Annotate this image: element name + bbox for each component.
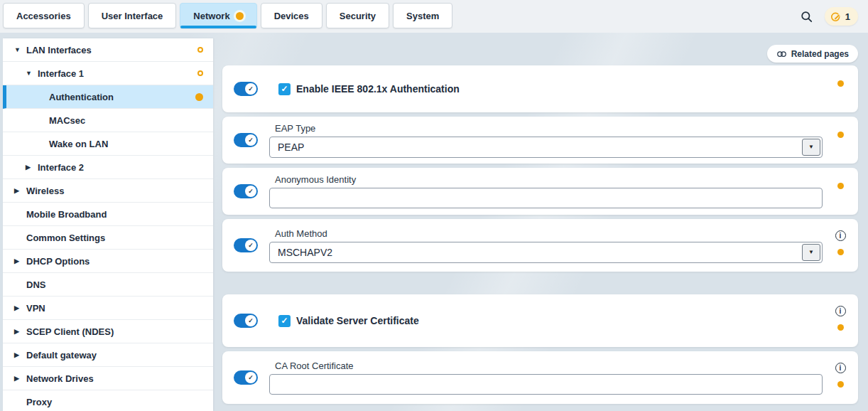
sidebar-item-lan-interfaces[interactable]: ▼LAN Interfaces [3,38,213,62]
card-anonymous-identity: ✓Anonymous Identity [222,168,858,215]
info-icon[interactable]: i [835,306,846,316]
tab-security[interactable]: Security [326,3,389,28]
indicator-column [823,65,858,112]
chevron-collapsed-icon[interactable]: ▶ [14,304,26,311]
chevron-expanded-icon[interactable]: ▼ [26,70,38,77]
chevron-collapsed-icon[interactable]: ▶ [14,351,26,358]
badge-count: 1 [845,11,850,22]
select-eap-type[interactable]: PEAP▼ [269,137,823,158]
select-value: PEAP [271,142,802,153]
sidebar-item-label: LAN Interfaces [26,45,92,55]
toggle-column: ✓ [222,238,269,252]
tab-system[interactable]: System [393,3,452,28]
sidebar-item-label: SCEP Client (NDES) [26,326,114,337]
sidebar-item-label: VPN [26,303,45,314]
card-group: ✓✓Validate Server Certificatei✓CA Root C… [222,294,858,404]
info-icon[interactable]: i [835,230,846,241]
card-group: ✓✓Enable IEEE 802.1x Authentication✓EAP … [222,65,858,272]
toggle-check-icon: ✓ [245,83,256,95]
checkbox-row: ✓Validate Server Certificate [269,315,823,327]
sidebar-item-dhcp-options[interactable]: ▶DHCP Options [3,250,213,273]
page-body: ▼LAN Interfaces▼Interface 1Authenticatio… [0,33,868,411]
modified-dot-icon [837,132,844,138]
card-content: ✓Validate Server Certificate [269,315,823,327]
toggle-ca-root-certificate[interactable]: ✓ [234,370,258,385]
sidebar-item-label: Wireless [26,186,64,196]
tab-user-interface[interactable]: User Interface [88,3,177,28]
checkbox-validate-server-certificate[interactable]: ✓ [278,315,291,327]
sidebar-item-label: MACsec [49,115,85,126]
toggle-auth-method[interactable]: ✓ [234,238,258,252]
sidebar-item-default-gateway[interactable]: ▶Default gateway [3,343,213,367]
sidebar-item-scep-client-ndes[interactable]: ▶SCEP Client (NDES) [3,320,213,343]
search-icon [800,10,813,23]
sidebar-item-label: DNS [26,279,45,290]
toggle-anonymous-identity[interactable]: ✓ [234,184,258,198]
chevron-collapsed-icon[interactable]: ▶ [14,375,26,382]
search-button[interactable] [800,10,813,23]
toggle-enable-ieee-802-1x-authentication[interactable]: ✓ [234,82,258,96]
sidebar-item-macsec[interactable]: MACsec [3,109,213,132]
tab-label: Devices [274,11,309,21]
input-anonymous-identity[interactable] [269,188,823,208]
tab-accessories[interactable]: Accessories [3,3,85,28]
chevron-expanded-icon[interactable]: ▼ [14,46,26,53]
content-toolbar: Related pages [222,38,858,65]
toggle-column: ✓ [222,370,269,385]
toggle-check-icon: ✓ [245,134,256,146]
toggle-check-icon: ✓ [245,315,256,326]
chevron-collapsed-icon[interactable]: ▶ [26,164,38,171]
sidebar-item-network-drives[interactable]: ▶Network Drives [3,367,213,390]
sidebar-item-vpn[interactable]: ▶VPN [3,297,213,320]
modified-dot-icon [837,249,844,255]
modified-dot-icon [837,183,844,189]
card-content: CA Root Certificate [269,361,823,395]
toggle-check-icon: ✓ [245,240,256,251]
card-content: Auth MethodMSCHAPV2▼ [269,228,823,263]
sidebar-item-mobile-broadband[interactable]: Mobile Broadband [3,203,213,226]
sidebar-item-label: Common Settings [26,233,105,243]
modified-dot-icon [837,80,844,87]
chevron-collapsed-icon[interactable]: ▶ [14,328,26,335]
toggle-eap-type[interactable]: ✓ [234,133,258,147]
chevron-down-icon[interactable]: ▼ [802,244,820,261]
tab-label: Accessories [16,11,71,21]
tab-devices[interactable]: Devices [261,3,322,28]
input-ca-root-certificate[interactable] [269,374,823,395]
pending-changes-badge[interactable]: 1 [825,7,858,26]
chevron-collapsed-icon[interactable]: ▶ [14,257,26,265]
field-label: Anonymous Identity [275,174,823,185]
sidebar-item-interface-2[interactable]: ▶Interface 2 [3,156,213,179]
card-content: Anonymous Identity [269,174,823,208]
card-eap-type: ✓EAP TypePEAP▼ [222,117,858,164]
card-enable-ieee-802-1x-authentication: ✓✓Enable IEEE 802.1x Authentication [222,65,858,112]
toggle-check-icon: ✓ [245,372,256,383]
toggle-column: ✓ [222,82,269,96]
checkbox-enable-ieee-802-1x-authentication[interactable]: ✓ [278,83,291,95]
unsaved-changes-dot-icon [236,12,244,20]
sidebar-item-authentication[interactable]: Authentication [3,85,213,109]
sidebar-nav: ▼LAN Interfaces▼Interface 1Authenticatio… [3,38,213,411]
tab-network[interactable]: Network [180,3,256,28]
checkbox-label: Enable IEEE 802.1x Authentication [296,83,460,95]
sidebar-item-wake-on-lan[interactable]: Wake on LAN [3,132,213,156]
field-label: CA Root Certificate [275,361,823,371]
toggle-column: ✓ [222,184,269,198]
chevron-collapsed-icon[interactable]: ▶ [14,187,26,194]
sidebar-item-wireless[interactable]: ▶Wireless [3,179,213,203]
tab-label: System [406,11,439,21]
sidebar-item-proxy[interactable]: Proxy [3,390,213,411]
related-pages-button[interactable]: Related pages [767,45,858,63]
sidebar-item-dns[interactable]: DNS [3,273,213,297]
sidebar-item-common-settings[interactable]: Common Settings [3,226,213,250]
card-auth-method: ✓Auth MethodMSCHAPV2▼i [222,219,858,272]
select-auth-method[interactable]: MSCHAPV2▼ [269,242,823,263]
chevron-down-icon[interactable]: ▼ [802,139,820,156]
header-actions: 1 [800,7,858,26]
indicator-column: i [823,219,858,272]
indicator-column: i [823,294,858,347]
sidebar-item-interface-1[interactable]: ▼Interface 1 [3,62,213,85]
toggle-validate-server-certificate[interactable]: ✓ [234,314,258,328]
field-label: Auth Method [275,228,823,239]
info-icon[interactable]: i [835,363,846,373]
